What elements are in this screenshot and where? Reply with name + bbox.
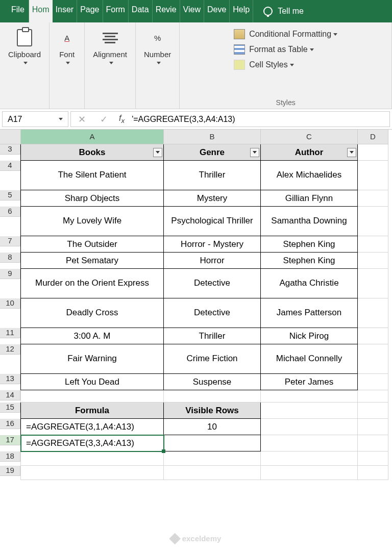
cell[interactable]: Deadly Cross	[21, 298, 164, 328]
cell[interactable]	[358, 466, 388, 480]
cell[interactable]: Visible Rows	[164, 403, 261, 419]
clipboard-button[interactable]: Clipboard	[6, 27, 43, 66]
tab-formulas[interactable]: Form	[103, 0, 129, 22]
cell[interactable]: Fair Warning	[21, 344, 164, 374]
cell[interactable]: Alex Michaelides	[261, 161, 358, 190]
cell[interactable]: 3:00 A. M	[21, 328, 164, 344]
cell[interactable]	[358, 403, 388, 419]
cell[interactable]: Books	[21, 144, 164, 161]
cell[interactable]: Formula	[21, 403, 164, 419]
cell[interactable]: 10	[164, 419, 261, 435]
cell[interactable]	[164, 390, 261, 403]
row-header[interactable]: 15	[0, 403, 20, 413]
cell[interactable]: Gillian Flynn	[261, 190, 358, 207]
col-header-c[interactable]: C	[261, 130, 358, 144]
cell[interactable]: Stephen King	[261, 236, 358, 253]
cell[interactable]: Thriller	[164, 161, 261, 190]
number-button[interactable]: % Number	[142, 27, 173, 66]
tab-view[interactable]: View	[180, 0, 204, 22]
cell[interactable]: Left You Dead	[21, 374, 164, 390]
cell[interactable]: Samantha Downing	[261, 207, 358, 236]
cell[interactable]	[21, 466, 164, 480]
cell[interactable]: The Outsider	[21, 236, 164, 253]
cell[interactable]: Thriller	[164, 328, 261, 344]
cell[interactable]	[358, 390, 388, 403]
cell[interactable]	[261, 390, 358, 403]
filter-button[interactable]	[347, 148, 356, 157]
row-header[interactable]: 9	[0, 269, 20, 279]
cell[interactable]	[261, 466, 358, 480]
cell[interactable]	[261, 435, 358, 451]
row-header[interactable]: 19	[0, 466, 20, 476]
cell-styles-button[interactable]: Cell Styles	[234, 57, 337, 72]
row-header[interactable]: 13	[0, 374, 20, 384]
cell[interactable]: My Lovely Wife	[21, 207, 164, 236]
cell[interactable]	[261, 403, 358, 419]
cell[interactable]: Detective	[164, 298, 261, 328]
cell[interactable]	[358, 207, 388, 236]
cell[interactable]: Nick Pirog	[261, 328, 358, 344]
cell[interactable]	[358, 190, 388, 207]
select-all-corner[interactable]	[0, 130, 21, 144]
fx-icon[interactable]: fx	[115, 114, 129, 124]
cell[interactable]	[358, 269, 388, 298]
cell[interactable]	[358, 374, 388, 390]
cell[interactable]: Suspense	[164, 374, 261, 390]
cell[interactable]	[21, 390, 164, 403]
col-header-a[interactable]: A	[21, 130, 164, 144]
cell[interactable]: Stephen King	[261, 253, 358, 269]
cell[interactable]: Sharp Objects	[21, 190, 164, 207]
row-header[interactable]: 10	[0, 298, 20, 309]
name-box[interactable]: A17	[2, 111, 68, 127]
cell[interactable]: =AGGREGATE(3,1,A4:A13)	[21, 419, 164, 435]
cell[interactable]: Mystery	[164, 190, 261, 207]
row-header[interactable]: 6	[0, 207, 20, 217]
cell[interactable]	[261, 419, 358, 435]
cell[interactable]	[358, 298, 388, 328]
row-header[interactable]: 7	[0, 236, 20, 246]
conditional-formatting-button[interactable]: Conditional Formatting	[234, 27, 337, 42]
cell[interactable]: Psychological Thriller	[164, 207, 261, 236]
tab-help[interactable]: Help	[230, 0, 253, 22]
cell[interactable]: Murder on the Orient Express	[21, 269, 164, 298]
cell[interactable]	[358, 253, 388, 269]
col-header-d[interactable]: D	[358, 130, 388, 144]
selected-cell[interactable]: =AGGREGATE(3,3,A4:A13)	[21, 435, 164, 451]
check-icon[interactable]: ✓	[93, 114, 115, 125]
row-header[interactable]: 11	[0, 328, 20, 338]
cell[interactable]: Detective	[164, 269, 261, 298]
filter-button[interactable]	[250, 148, 259, 157]
tab-data[interactable]: Data	[129, 0, 153, 22]
cell[interactable]	[164, 451, 261, 466]
cell[interactable]: Michael Connelly	[261, 344, 358, 374]
cell[interactable]: Author	[261, 144, 358, 161]
cell[interactable]	[21, 451, 164, 466]
col-header-b[interactable]: B	[164, 130, 261, 144]
tab-page[interactable]: Page	[77, 0, 103, 22]
cell[interactable]	[358, 419, 388, 435]
tab-insert[interactable]: Inser	[53, 0, 78, 22]
tab-home[interactable]: Hom	[29, 0, 53, 22]
cell[interactable]	[358, 144, 388, 161]
row-header[interactable]: 8	[0, 253, 20, 263]
cell[interactable]: James Patterson	[261, 298, 358, 328]
cell[interactable]: Genre	[164, 144, 261, 161]
cell[interactable]: Agatha Christie	[261, 269, 358, 298]
formula-input[interactable]	[129, 115, 389, 124]
font-button[interactable]: A Font	[56, 27, 78, 66]
cell[interactable]	[358, 236, 388, 253]
cell[interactable]: Horror	[164, 253, 261, 269]
cell[interactable]	[358, 161, 388, 190]
cell[interactable]: The Silent Patient	[21, 161, 164, 190]
row-header[interactable]: 18	[0, 451, 20, 462]
cell[interactable]	[164, 466, 261, 480]
fill-handle[interactable]	[162, 449, 165, 453]
row-header[interactable]: 16	[0, 419, 20, 429]
cell[interactable]: Pet Sematary	[21, 253, 164, 269]
tab-review[interactable]: Revie	[153, 0, 180, 22]
tab-file[interactable]: File	[7, 0, 29, 22]
cell[interactable]	[261, 451, 358, 466]
cell[interactable]	[358, 435, 388, 451]
row-header[interactable]: 4	[0, 161, 20, 171]
cell[interactable]	[358, 344, 388, 374]
